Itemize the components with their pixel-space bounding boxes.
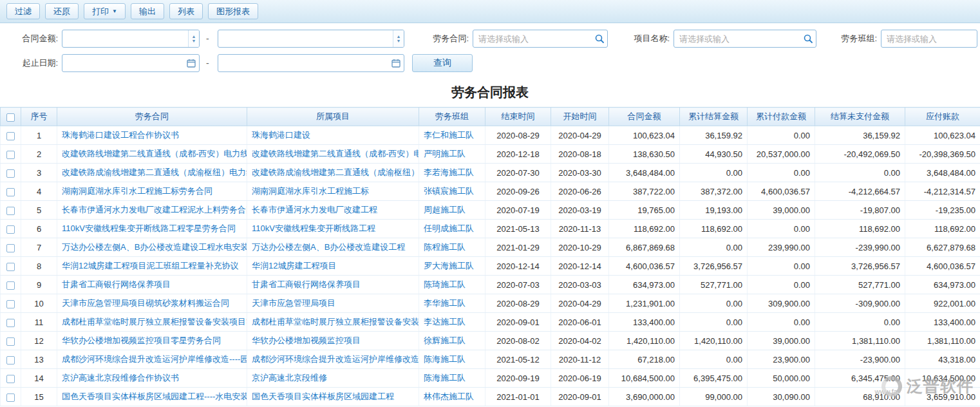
restore-button[interactable]: 还原	[45, 3, 79, 19]
project-link[interactable]: 天津市应急管理局项目	[247, 294, 419, 313]
amount-max-input[interactable]	[218, 30, 404, 48]
contract-link[interactable]: 成都沙河环境综合提升改造运河护岸维修改造----园	[57, 350, 247, 369]
search-icon[interactable]	[803, 33, 813, 44]
labor-contract-input[interactable]	[473, 30, 608, 48]
select-all-checkbox[interactable]	[6, 113, 15, 122]
payable-value: 634,973.00	[905, 276, 980, 294]
header-end-date[interactable]: 结束时间	[485, 108, 551, 126]
team-link[interactable]: 陈海施工队	[419, 350, 485, 369]
amount-min-input[interactable]	[62, 30, 200, 48]
team-link[interactable]: 严明施工队	[419, 145, 485, 164]
row-checkbox[interactable]	[6, 169, 15, 178]
header-start-date[interactable]: 开始时间	[551, 108, 609, 126]
end-date-input[interactable]	[218, 54, 404, 72]
contract-link[interactable]: 京沪高速北京段维修合作协议书	[57, 369, 247, 388]
calendar-icon[interactable]	[186, 58, 196, 68]
team-link[interactable]: 陈程施工队	[419, 238, 485, 257]
team-link[interactable]: 周超施工队	[419, 201, 485, 220]
header-labor-contract[interactable]: 劳务合同	[57, 108, 247, 126]
contract-link[interactable]: 天津市应急管理局项目砌筑砂浆材料搬运合同	[57, 294, 247, 313]
team-link[interactable]: 李达施工队	[419, 313, 485, 332]
header-labor-team[interactable]: 劳务班组	[419, 108, 485, 126]
team-link[interactable]: 李华施工队	[419, 294, 485, 313]
row-checkbox[interactable]	[6, 356, 15, 364]
unpaid-amount-value: 527,771.00	[815, 276, 905, 294]
project-name-input[interactable]	[674, 30, 816, 48]
start-date-input[interactable]	[62, 54, 200, 72]
team-link[interactable]: 徐辉施工队	[419, 332, 485, 350]
project-link[interactable]: 京沪高速北京段维修	[247, 369, 419, 388]
team-link[interactable]: 罗大海施工队	[419, 257, 485, 276]
project-link[interactable]: 成都杜甫草堂临时展厅独立展柜报警设备安装	[247, 313, 419, 332]
team-link[interactable]: 张镇宸施工队	[419, 182, 485, 201]
contract-link[interactable]: 110kV安徽线程集变开断线路工程零星劳务合同	[57, 220, 247, 238]
row-checkbox[interactable]	[6, 188, 15, 196]
project-link[interactable]: 万达办公楼左侧A、B办公楼改造建设工程	[247, 238, 419, 257]
print-button[interactable]: 打印 ▼	[84, 3, 126, 19]
header-payable[interactable]: 应付账款	[905, 108, 980, 126]
row-checkbox[interactable]	[6, 244, 15, 252]
amount-min-field: ▲ ▼	[62, 30, 200, 48]
row-checkbox[interactable]	[6, 132, 15, 140]
team-link[interactable]: 李若海施工队	[419, 164, 485, 182]
project-link[interactable]: 华润12城房建工程项目	[247, 257, 419, 276]
row-checkbox[interactable]	[6, 337, 15, 346]
team-link[interactable]: 任明成施工队	[419, 220, 485, 238]
filter-button[interactable]: 过滤	[6, 3, 40, 19]
contract-link[interactable]: 长春市伊通河水力发电厂改建工程泥水上料劳务合同	[57, 201, 247, 220]
contract-link[interactable]: 改建铁路线增建第二线直通线（成都-西安）电力线	[57, 145, 247, 164]
row-checkbox[interactable]	[6, 151, 15, 159]
contract-link[interactable]: 华润12城房建工程项目泥工班组工程量补充协议	[57, 257, 247, 276]
header-index[interactable]: 序号	[21, 108, 57, 126]
project-link[interactable]: 湖南洞庭湖水库引水工程施工标	[247, 182, 419, 201]
contract-link[interactable]: 改建铁路成渝线增建第二直通线（成渝枢纽）电力线	[57, 164, 247, 182]
start-date-value: 2020-04-02	[551, 332, 609, 350]
contract-link[interactable]: 万达办公楼左侧A、B办公楼改造建设工程水电安装	[57, 238, 247, 257]
print-button-label: 打印	[92, 6, 109, 17]
header-contract-amount[interactable]: 合同金额	[609, 108, 680, 126]
header-project[interactable]: 所属项目	[247, 108, 419, 126]
contract-link[interactable]: 国色天香项目实体样板房区域园建工程----水电安装	[57, 388, 247, 406]
row-checkbox[interactable]	[6, 375, 15, 383]
project-link[interactable]: 改建铁路成渝线增建第二直通线（成渝枢纽）	[247, 164, 419, 182]
header-paid-amount[interactable]: 累计付款金额	[748, 108, 815, 126]
header-unpaid-amount[interactable]: 结算未支付金额	[815, 108, 905, 126]
amount-min-stepper[interactable]: ▲ ▼	[188, 30, 199, 47]
chart-report-button[interactable]: 图形报表	[208, 3, 258, 19]
calendar-icon[interactable]	[391, 58, 401, 68]
row-checkbox[interactable]	[6, 263, 15, 271]
project-link[interactable]: 珠海鹤港口建设	[247, 126, 419, 145]
contract-link[interactable]: 成都杜甫草堂临时展厅独立展柜报警设备安装项目零	[57, 313, 247, 332]
project-link[interactable]: 国色天香项目实体样板房区域园建工程	[247, 388, 419, 406]
project-link[interactable]: 改建铁路线增建第二线直通线（成都-西安）电	[247, 145, 419, 164]
project-link[interactable]: 华软办公楼增加视频监控项目	[247, 332, 419, 350]
labor-team-input[interactable]	[881, 30, 977, 48]
project-link[interactable]: 成都沙河环境综合提升改造运河护岸维修改造	[247, 350, 419, 369]
settled-amount-value: 387,372.00	[680, 182, 748, 201]
row-checkbox[interactable]	[6, 225, 15, 234]
search-icon[interactable]	[594, 33, 605, 44]
row-index: 10	[21, 294, 57, 313]
team-link[interactable]: 林伟杰施工队	[419, 388, 485, 406]
list-view-button[interactable]: 列表	[169, 3, 203, 19]
export-button[interactable]: 输出	[131, 3, 164, 19]
project-link[interactable]: 110kV安徽线程集变开断线路工程	[247, 220, 419, 238]
team-link[interactable]: 李仁和施工队	[419, 126, 485, 145]
row-checkbox[interactable]	[6, 300, 15, 308]
project-link[interactable]: 长春市伊通河水力发电厂改建工程	[247, 201, 419, 220]
project-link[interactable]: 甘肃省工商银行网络保养项目	[247, 276, 419, 294]
row-checkbox[interactable]	[6, 319, 15, 327]
row-checkbox[interactable]	[6, 207, 15, 215]
amount-max-stepper[interactable]: ▲ ▼	[393, 30, 404, 47]
contract-link[interactable]: 华软办公楼增加视频监控项目零星劳务合同	[57, 332, 247, 350]
row-checkbox[interactable]	[6, 393, 15, 402]
team-link[interactable]: 陈海施工队	[419, 369, 485, 388]
contract-link[interactable]: 甘肃省工商银行网络保养项目	[57, 276, 247, 294]
row-checkbox[interactable]	[6, 281, 15, 290]
unpaid-amount-value: -23,900.00	[815, 350, 905, 369]
query-button[interactable]: 查询	[412, 54, 473, 72]
team-link[interactable]: 陈琦施工队	[419, 276, 485, 294]
header-settled-amount[interactable]: 累计结算金额	[680, 108, 748, 126]
contract-link[interactable]: 珠海鹤港口建设工程合作协议书	[57, 126, 247, 145]
contract-link[interactable]: 湖南洞庭湖水库引水工程施工标劳务合同	[57, 182, 247, 201]
